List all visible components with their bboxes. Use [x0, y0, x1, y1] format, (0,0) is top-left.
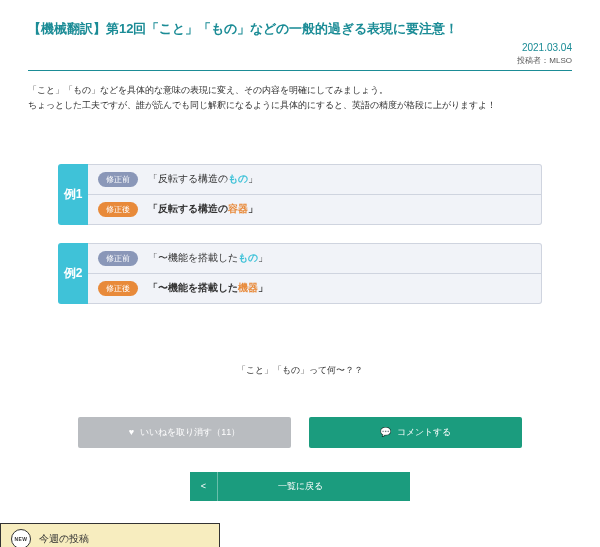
example-body: 修正前 「〜機能を搭載したもの」 修正後 「〜機能を搭載した機器」	[88, 243, 542, 304]
text-plain: 「〜機能を搭載した	[148, 282, 238, 293]
text-tail: 」	[258, 252, 268, 263]
back-to-list-button[interactable]: < 一覧に戻る	[190, 472, 410, 501]
lead-line: 「こと」「もの」などを具体的な意味の表現に変え、その内容を明確にしてみましょう。	[28, 83, 572, 98]
before-tag: 修正前	[98, 172, 138, 187]
example-after-row: 修正後 「反転する構造の容器」	[88, 194, 541, 224]
text-highlight: 機器	[238, 282, 258, 293]
footnote-text: 「こと」「もの」って何〜？？	[28, 364, 572, 377]
article-container: 【機械翻訳】第12回「こと」「もの」などの一般的過ぎる表現に要注意！ 2021.…	[0, 0, 600, 523]
page-title: 【機械翻訳】第12回「こと」「もの」などの一般的過ぎる表現に要注意！	[28, 20, 572, 38]
chevron-left-icon: <	[190, 472, 218, 501]
text-plain: 「反転する構造の	[148, 203, 228, 214]
heart-icon: ♥	[129, 427, 134, 437]
comment-button-label: コメントする	[397, 426, 451, 439]
comment-icon: 💬	[380, 427, 391, 437]
example-number-badge: 例2	[58, 243, 88, 304]
post-author: 投稿者：MLSO	[28, 55, 572, 66]
after-text: 「反転する構造の容器」	[148, 202, 258, 216]
text-tail: 」	[248, 173, 258, 184]
example-number-badge: 例1	[58, 164, 88, 225]
examples-block: 例1 修正前 「反転する構造のもの」 修正後 「反転する構造の容器」 例2	[28, 164, 572, 304]
example-before-row: 修正前 「〜機能を搭載したもの」	[88, 244, 541, 273]
example-2: 例2 修正前 「〜機能を搭載したもの」 修正後 「〜機能を搭載した機器」	[58, 243, 542, 304]
example-body: 修正前 「反転する構造のもの」 修正後 「反転する構造の容器」	[88, 164, 542, 225]
text-plain: 「〜機能を搭載した	[148, 252, 238, 263]
new-badge-icon: NEW	[11, 529, 31, 547]
weekly-posts-bar[interactable]: NEW 今週の投稿	[0, 523, 220, 547]
weekly-posts-label: 今週の投稿	[39, 532, 89, 546]
lead-line: ちょっとした工夫ですが、誰が読んでも同じ解釈になるように具体的にすると、英語の精…	[28, 98, 572, 113]
lead-text: 「こと」「もの」などを具体的な意味の表現に変え、その内容を明確にしてみましょう。…	[28, 83, 572, 114]
text-highlight: もの	[228, 173, 248, 184]
text-tail: 」	[248, 203, 258, 214]
text-plain: 「反転する構造の	[148, 173, 228, 184]
example-after-row: 修正後 「〜機能を搭載した機器」	[88, 273, 541, 303]
text-highlight: もの	[238, 252, 258, 263]
example-1: 例1 修正前 「反転する構造のもの」 修正後 「反転する構造の容器」	[58, 164, 542, 225]
after-text: 「〜機能を搭載した機器」	[148, 281, 268, 295]
before-text: 「〜機能を搭載したもの」	[148, 251, 268, 265]
after-tag: 修正後	[98, 281, 138, 296]
like-button[interactable]: ♥ いいねを取り消す（11）	[78, 417, 291, 448]
post-date: 2021.03.04	[28, 42, 572, 53]
after-tag: 修正後	[98, 202, 138, 217]
text-highlight: 容器	[228, 203, 248, 214]
example-before-row: 修正前 「反転する構造のもの」	[88, 165, 541, 194]
back-button-label: 一覧に戻る	[190, 480, 410, 493]
like-button-label: いいねを取り消す（11）	[140, 426, 240, 439]
comment-button[interactable]: 💬 コメントする	[309, 417, 522, 448]
text-tail: 」	[258, 282, 268, 293]
before-text: 「反転する構造のもの」	[148, 172, 258, 186]
title-divider	[28, 70, 572, 71]
action-buttons: ♥ いいねを取り消す（11） 💬 コメントする	[28, 417, 572, 448]
before-tag: 修正前	[98, 251, 138, 266]
